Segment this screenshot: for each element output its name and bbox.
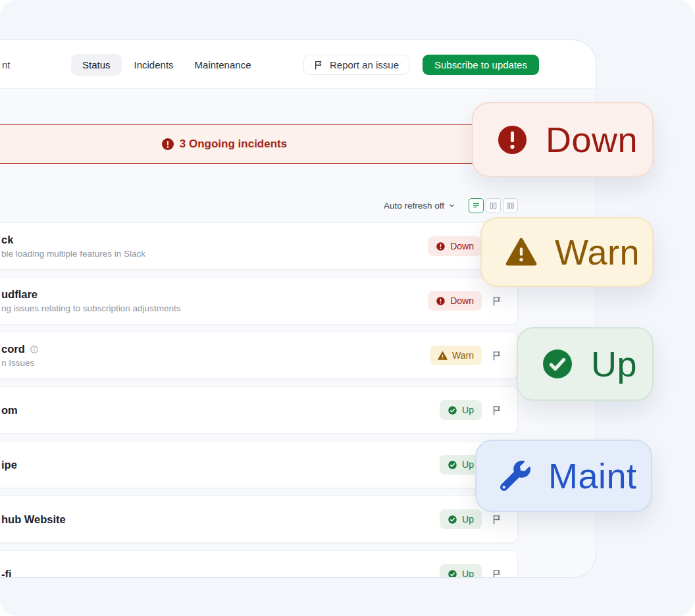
row-actions: Up bbox=[440, 400, 503, 420]
warn-icon bbox=[438, 351, 448, 361]
callout-up-label: Up bbox=[591, 344, 637, 384]
callout-down-label: Down bbox=[546, 119, 638, 160]
row-actions: Warn bbox=[430, 346, 503, 365]
callout-warn-label: Warn bbox=[555, 232, 640, 272]
info-icon[interactable] bbox=[30, 345, 39, 354]
service-name: -fi bbox=[1, 568, 12, 578]
list-toolbar: Auto refresh off bbox=[0, 197, 518, 214]
service-row[interactable]: hub Website Up bbox=[0, 496, 518, 543]
status-badge: Up bbox=[440, 400, 482, 420]
warn-icon bbox=[505, 236, 537, 268]
callout-warn-badge: Warn bbox=[480, 217, 654, 287]
row-actions: Down bbox=[428, 291, 503, 311]
two-column-icon bbox=[489, 201, 498, 210]
two-column-view-toggle[interactable] bbox=[486, 198, 501, 213]
row-actions: Up bbox=[440, 564, 503, 578]
service-row[interactable]: udflare ng issues relating to subscripti… bbox=[0, 277, 518, 324]
flag-icon[interactable] bbox=[492, 405, 503, 416]
status-label: Down bbox=[450, 295, 474, 306]
service-name: om bbox=[1, 404, 18, 417]
flag-icon[interactable] bbox=[492, 295, 503, 307]
service-info: ipe bbox=[1, 459, 440, 471]
up-icon bbox=[542, 348, 573, 380]
wrench-icon bbox=[500, 461, 530, 491]
up-icon bbox=[448, 460, 457, 470]
report-issue-label: Report an issue bbox=[330, 59, 399, 70]
list-view-toggle[interactable] bbox=[469, 198, 484, 213]
status-label: Up bbox=[462, 514, 474, 525]
down-icon bbox=[436, 296, 446, 306]
service-name: ck bbox=[1, 234, 13, 246]
three-column-icon bbox=[506, 201, 515, 210]
service-info: hub Website bbox=[1, 513, 440, 526]
service-row[interactable]: ipe Up bbox=[0, 441, 518, 488]
service-description: ng issues relating to subscription adjus… bbox=[1, 303, 428, 313]
service-description: ble loading multiple features in Slack bbox=[1, 249, 428, 259]
status-label: Up bbox=[462, 459, 474, 470]
status-label: Up bbox=[462, 405, 474, 415]
view-toggle-group bbox=[469, 198, 518, 213]
chevron-down-icon bbox=[448, 202, 455, 209]
status-label: Down bbox=[450, 241, 474, 251]
subscribe-button[interactable]: Subscribe to updates bbox=[423, 55, 539, 75]
service-name: udflare bbox=[1, 288, 38, 301]
up-icon bbox=[448, 405, 457, 415]
service-name: cord bbox=[1, 343, 25, 355]
service-row[interactable]: -fi Up bbox=[0, 550, 518, 578]
service-row[interactable]: ck ble loading multiple features in Slac… bbox=[0, 222, 518, 270]
service-info: ck ble loading multiple features in Slac… bbox=[1, 234, 428, 259]
auto-refresh-dropdown[interactable]: Auto refresh off bbox=[384, 201, 455, 211]
ongoing-incidents-banner: 3 Ongoing incidents bbox=[0, 124, 491, 164]
service-name: hub Website bbox=[1, 513, 66, 526]
report-issue-button[interactable]: Report an issue bbox=[303, 55, 409, 75]
status-badge: Down bbox=[428, 291, 482, 311]
service-name: ipe bbox=[1, 459, 17, 471]
callout-maint-label: Maint bbox=[548, 455, 637, 496]
status-label: Up bbox=[462, 569, 474, 578]
callout-maint-badge: Maint bbox=[475, 440, 652, 512]
service-info: -fi bbox=[1, 568, 440, 578]
subscribe-label: Subscribe to updates bbox=[434, 59, 527, 70]
service-info: om bbox=[1, 404, 440, 417]
up-icon bbox=[448, 569, 457, 578]
status-label: Warn bbox=[452, 350, 474, 361]
flag-icon[interactable] bbox=[492, 350, 503, 361]
status-badge: Up bbox=[440, 564, 482, 578]
status-badge: Up bbox=[440, 509, 482, 529]
tab-maintenance[interactable]: Maintenance bbox=[186, 54, 260, 76]
service-row[interactable]: cord n Issues Warn bbox=[0, 332, 518, 379]
tab-status[interactable]: Status bbox=[71, 54, 122, 76]
banner-text: 3 Ongoing incidents bbox=[180, 138, 287, 151]
down-icon bbox=[436, 242, 446, 251]
flag-icon bbox=[314, 60, 324, 70]
up-icon bbox=[448, 515, 457, 525]
auto-refresh-label: Auto refresh off bbox=[384, 201, 444, 211]
list-view-icon bbox=[472, 201, 480, 210]
row-actions: Up bbox=[440, 509, 503, 529]
alert-icon bbox=[162, 138, 174, 150]
three-column-view-toggle[interactable] bbox=[503, 198, 518, 213]
nav-tabs: Status Incidents Maintenance bbox=[71, 54, 259, 76]
service-row[interactable]: om Up bbox=[0, 386, 518, 434]
service-list: ck ble loading multiple features in Slac… bbox=[0, 222, 518, 578]
tab-incidents[interactable]: Incidents bbox=[126, 54, 182, 76]
status-badge: Down bbox=[428, 236, 482, 256]
down-icon bbox=[497, 124, 528, 155]
service-info: udflare ng issues relating to subscripti… bbox=[1, 288, 428, 313]
service-info: cord n Issues bbox=[1, 343, 430, 368]
callout-down-badge: Down bbox=[472, 102, 654, 177]
brand-text-clipped: nt bbox=[2, 59, 11, 70]
flag-icon[interactable] bbox=[492, 514, 503, 525]
top-nav-bar: nt Status Incidents Maintenance Report a… bbox=[0, 40, 596, 89]
callout-up-badge: Up bbox=[517, 327, 654, 401]
status-badge: Warn bbox=[430, 346, 482, 365]
flag-icon[interactable] bbox=[492, 569, 503, 578]
service-description: n Issues bbox=[1, 358, 430, 368]
